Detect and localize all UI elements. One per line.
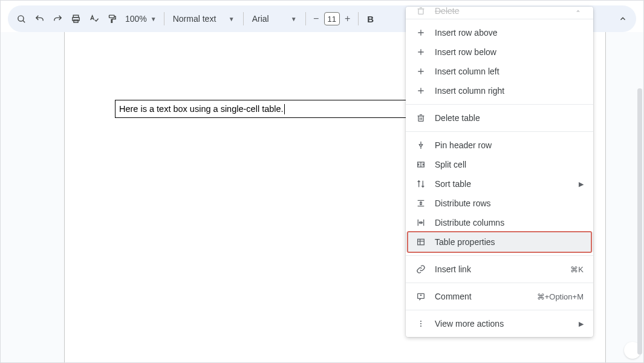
menu-label: Split cell bbox=[435, 160, 584, 169]
zoom-select[interactable]: 100% ▼ bbox=[122, 14, 160, 24]
menu-item-insert-row-above[interactable]: Insert row above bbox=[406, 23, 593, 42]
menu-label: Delete table bbox=[435, 113, 584, 123]
menu-shortcut: ⌘+Option+M bbox=[537, 292, 584, 301]
font-size-input[interactable] bbox=[324, 12, 340, 25]
menu-label: Distribute columns bbox=[435, 218, 584, 227]
menu-label: Comment bbox=[435, 292, 529, 301]
submenu-arrow-icon: ▶ bbox=[579, 320, 584, 328]
separator bbox=[406, 255, 593, 256]
more-icon bbox=[415, 318, 426, 329]
separator bbox=[406, 131, 593, 132]
menu-label: Insert link bbox=[435, 264, 562, 274]
menu-item-view-more[interactable]: View more actions ▶ bbox=[406, 314, 593, 333]
font-family-select[interactable]: Arial ▼ bbox=[247, 14, 302, 24]
paragraph-style-value: Normal text bbox=[173, 14, 225, 24]
print-icon[interactable] bbox=[67, 10, 84, 27]
svg-point-11 bbox=[420, 321, 421, 322]
svg-line-1 bbox=[22, 20, 24, 22]
redo-icon[interactable] bbox=[49, 10, 66, 27]
menu-item-insert-row-below[interactable]: Insert row below bbox=[406, 42, 593, 62]
menu-label: Insert column left bbox=[435, 67, 584, 76]
font-size-control: − + bbox=[310, 11, 354, 26]
toolbar-expand-icon[interactable] bbox=[614, 10, 631, 27]
paragraph-style-select[interactable]: Normal text ▼ bbox=[168, 14, 239, 24]
menu-item-delete-table[interactable]: Delete table bbox=[406, 108, 593, 128]
bold-button[interactable]: B bbox=[362, 10, 379, 27]
separator bbox=[406, 104, 593, 105]
menu-item-insert-col-right[interactable]: Insert column right bbox=[406, 81, 593, 100]
font-size-increase[interactable]: + bbox=[341, 11, 354, 26]
menu-label: Table properties bbox=[435, 237, 584, 247]
svg-rect-9 bbox=[418, 239, 424, 244]
menu-label: Pin header row bbox=[435, 140, 584, 150]
svg-rect-7 bbox=[418, 116, 423, 122]
menu-item-split-cell[interactable]: Split cell bbox=[406, 155, 593, 174]
split-cell-icon bbox=[415, 159, 426, 170]
menu-item-distribute-rows[interactable]: Distribute rows bbox=[406, 194, 593, 213]
submenu-arrow-icon: ▶ bbox=[579, 180, 584, 188]
menu-item-insert-link[interactable]: Insert link ⌘K bbox=[406, 260, 593, 279]
separator bbox=[406, 283, 593, 283]
svg-rect-10 bbox=[418, 293, 424, 298]
svg-rect-5 bbox=[109, 15, 114, 18]
menu-label: Insert row above bbox=[435, 28, 584, 38]
menu-shortcut: ⌘K bbox=[570, 265, 584, 274]
svg-rect-4 bbox=[73, 19, 77, 22]
separator bbox=[406, 19, 593, 19]
menu-scrollbar[interactable] bbox=[637, 88, 642, 355]
separator bbox=[243, 12, 244, 25]
font-family-value: Arial bbox=[252, 14, 287, 24]
caret-down-icon: ▼ bbox=[291, 16, 297, 22]
paint-format-icon[interactable] bbox=[103, 10, 120, 27]
svg-rect-6 bbox=[418, 9, 423, 15]
undo-icon[interactable] bbox=[31, 10, 48, 27]
caret-down-icon: ▼ bbox=[151, 16, 157, 22]
spellcheck-icon[interactable] bbox=[85, 10, 102, 27]
scrollbar-thumb[interactable] bbox=[637, 88, 642, 355]
separator bbox=[406, 310, 593, 310]
plus-icon bbox=[415, 47, 426, 57]
separator bbox=[164, 12, 164, 25]
menu-item-insert-col-left[interactable]: Insert column left bbox=[406, 62, 593, 81]
distribute-cols-icon bbox=[415, 217, 426, 228]
table-properties-icon bbox=[415, 237, 426, 247]
font-size-decrease[interactable]: − bbox=[310, 11, 323, 26]
menu-item-sort-table[interactable]: Sort table ▶ bbox=[406, 174, 593, 194]
menu-label: Distribute rows bbox=[435, 198, 584, 208]
pin-icon bbox=[415, 140, 426, 151]
menu-item-pin-header[interactable]: Pin header row bbox=[406, 136, 593, 155]
trash-icon bbox=[415, 113, 426, 123]
menu-item-comment[interactable]: Comment ⌘+Option+M bbox=[406, 287, 593, 306]
sort-icon bbox=[415, 178, 426, 189]
svg-point-13 bbox=[420, 325, 421, 327]
chevron-up-icon bbox=[573, 5, 584, 16]
distribute-rows-icon bbox=[415, 198, 426, 209]
cell-text: Here is a text box using a single-cell t… bbox=[119, 104, 284, 114]
separator bbox=[305, 12, 306, 25]
svg-point-0 bbox=[18, 15, 23, 21]
delete-icon bbox=[415, 5, 426, 16]
svg-point-12 bbox=[420, 323, 421, 324]
separator bbox=[358, 12, 359, 25]
menu-label: Insert row below bbox=[435, 47, 584, 57]
text-caret bbox=[284, 104, 285, 114]
search-icon[interactable] bbox=[13, 10, 30, 27]
menu-label: Insert column right bbox=[435, 86, 584, 96]
plus-icon bbox=[415, 66, 426, 77]
link-icon bbox=[415, 264, 426, 275]
menu-label: Sort table bbox=[435, 179, 570, 189]
menu-item-delete-partial[interactable]: Delete bbox=[406, 7, 593, 15]
menu-item-table-properties[interactable]: Table properties bbox=[406, 232, 593, 252]
plus-icon bbox=[415, 85, 426, 96]
plus-icon bbox=[415, 27, 426, 38]
menu-label: View more actions bbox=[435, 319, 570, 329]
comment-icon bbox=[415, 291, 426, 302]
zoom-value: 100% bbox=[125, 14, 147, 24]
menu-item-distribute-cols[interactable]: Distribute columns bbox=[406, 213, 593, 232]
menu-label: Delete bbox=[435, 6, 564, 16]
caret-down-icon: ▼ bbox=[229, 16, 235, 22]
context-menu: Delete Insert row above Insert row below… bbox=[406, 7, 593, 337]
